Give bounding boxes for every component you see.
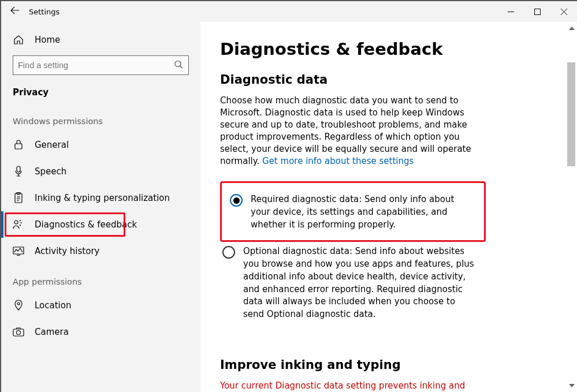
sidebar-item-inking[interactable]: Inking & typing personalization: [1, 185, 200, 211]
radio-required-diagnostic[interactable]: Required diagnostic data: Send only info…: [228, 190, 478, 234]
selected-indicator: [1, 211, 3, 238]
close-icon: [561, 9, 567, 15]
sidebar-item-label: Location: [35, 300, 71, 311]
scroll-up-button[interactable]: [567, 23, 576, 33]
sidebar-group-app: App permissions: [1, 264, 200, 292]
search-input[interactable]: [13, 55, 189, 75]
minimize-button[interactable]: [497, 1, 524, 22]
intro-paragraph: Choose how much diagnostic data you want…: [220, 95, 474, 167]
sidebar-item-location[interactable]: Location: [1, 292, 200, 319]
radio-button-selected-icon: [230, 194, 243, 207]
sidebar-category: Privacy: [1, 81, 200, 104]
sidebar-item-label: Speech: [35, 166, 66, 177]
microphone-icon: [13, 166, 24, 177]
location-icon: [13, 300, 24, 311]
arrow-left-icon: [10, 6, 20, 15]
annotation-highlight: Required diagnostic data: Send only info…: [220, 181, 486, 242]
window-title: Settings: [29, 8, 59, 16]
sidebar-item-home[interactable]: Home: [1, 27, 200, 53]
home-icon: [13, 35, 24, 45]
sidebar-item-label: Inking & typing personalization: [35, 193, 170, 203]
lock-icon: [13, 140, 24, 150]
scrollbar[interactable]: [567, 23, 576, 391]
close-button[interactable]: [550, 1, 577, 22]
sidebar-item-label: Activity history: [35, 246, 99, 256]
more-info-link[interactable]: Get more info about these settings: [262, 156, 414, 166]
sidebar-home-label: Home: [35, 35, 60, 45]
section-improve-inking: Improve inking and typing: [220, 358, 545, 372]
camera-icon: [13, 327, 24, 337]
sidebar-item-diagnostics[interactable]: Diagnostics & feedback: [1, 211, 200, 238]
maximize-icon: [534, 9, 541, 15]
sidebar-item-label: General: [35, 140, 69, 150]
search-box[interactable]: [13, 55, 189, 75]
back-button[interactable]: [1, 6, 29, 17]
sidebar-item-speech[interactable]: Speech: [1, 158, 200, 185]
sidebar-item-activity[interactable]: Activity history: [1, 238, 200, 264]
svg-point-6: [14, 221, 18, 224]
scrollbar-thumb[interactable]: [567, 62, 575, 166]
radio-required-label: Required diagnostic data: Send only info…: [251, 193, 476, 231]
feedback-icon: [13, 219, 24, 230]
chevron-up-icon: [569, 27, 575, 30]
svg-rect-0: [534, 9, 540, 14]
sidebar-item-general[interactable]: General: [1, 132, 200, 158]
search-icon: [174, 60, 183, 71]
svg-rect-4: [15, 193, 22, 203]
svg-rect-9: [13, 329, 24, 336]
scroll-down-button[interactable]: [567, 380, 576, 391]
main-content: Diagnostics & feedback Diagnostic data C…: [200, 22, 577, 392]
sidebar-item-label: Camera: [35, 327, 69, 337]
page-title: Diagnostics & feedback: [220, 39, 545, 59]
radio-optional-diagnostic[interactable]: Optional diagnostic data: Send info abou…: [220, 242, 480, 324]
activity-icon: [13, 247, 24, 256]
diagnostic-radio-group: Required diagnostic data: Send only info…: [220, 181, 545, 324]
sidebar-group-windows: Windows permissions: [1, 104, 200, 132]
radio-optional-label: Optional diagnostic data: Send info abou…: [243, 245, 478, 321]
section-diagnostic-data: Diagnostic data: [220, 73, 545, 87]
chevron-down-icon: [569, 384, 575, 387]
radio-button-unselected-icon: [222, 246, 235, 259]
sidebar: Home Privacy Windows permissions General: [1, 22, 200, 392]
svg-point-10: [17, 331, 21, 335]
svg-point-8: [17, 303, 20, 305]
svg-rect-2: [15, 144, 22, 149]
clipboard-icon: [13, 192, 24, 204]
minimize-icon: [508, 9, 514, 15]
svg-rect-3: [17, 166, 20, 172]
sidebar-item-camera[interactable]: Camera: [1, 319, 200, 345]
sidebar-category-label: Privacy: [13, 87, 49, 98]
sidebar-item-label: Diagnostics & feedback: [35, 219, 137, 230]
warning-text: Your current Diagnostic data setting pre…: [220, 380, 474, 392]
maximize-button[interactable]: [524, 1, 550, 22]
title-bar: Settings: [1, 1, 577, 22]
svg-point-1: [175, 61, 181, 67]
